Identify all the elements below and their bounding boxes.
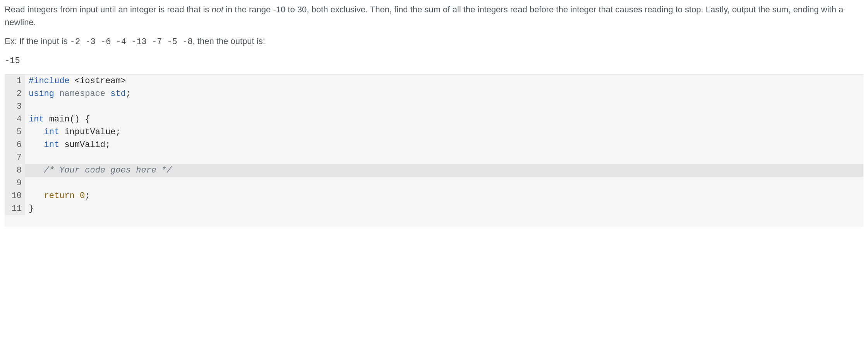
example-line: Ex: If the input is -2 -3 -6 -4 -13 -7 -… <box>5 35 863 48</box>
line-number: 5 <box>6 126 22 138</box>
token-std: std <box>105 89 126 99</box>
example-output: -15 <box>5 55 863 67</box>
token-comment: /* Your code goes here */ <box>44 166 172 175</box>
token-semicolon: ; <box>126 89 131 99</box>
problem-emphasis: not <box>211 5 223 14</box>
token-keyword-return: return <box>44 191 75 201</box>
code-line[interactable] <box>25 177 863 190</box>
line-number: 3 <box>6 100 22 113</box>
token-close-brace: } <box>29 204 34 213</box>
token-parens: () <box>70 114 80 124</box>
token-indent <box>29 127 44 137</box>
problem-text-before: Read integers from input until an intege… <box>5 5 211 14</box>
code-content[interactable]: #include <iostream> using namespace std;… <box>25 75 863 215</box>
line-number: 1 <box>6 75 22 87</box>
token-header-name: iostream <box>80 76 121 86</box>
token-type: int <box>44 127 60 137</box>
token-angle-open: < <box>70 76 80 86</box>
token-preprocessor: #include <box>29 76 70 86</box>
code-line[interactable]: #include <iostream> <box>25 75 863 87</box>
code-line[interactable] <box>25 100 863 113</box>
line-number: 8 <box>6 164 22 177</box>
token-type: int <box>29 114 44 124</box>
token-namespace-kw: namespace <box>54 89 105 99</box>
code-line[interactable]: int sumValid; <box>25 138 863 151</box>
code-line[interactable]: return 0; <box>25 190 863 202</box>
problem-statement: Read integers from input until an intege… <box>5 3 863 29</box>
token-indent <box>29 140 44 150</box>
token-semicolon: ; <box>105 140 110 150</box>
line-number: 4 <box>6 113 22 126</box>
example-suffix: , then the output is: <box>193 36 265 46</box>
token-number: 0 <box>75 191 85 201</box>
code-line[interactable]: } <box>25 202 863 215</box>
line-number-gutter: 1 2 3 4 5 6 7 8 9 10 11 <box>5 75 25 215</box>
token-angle-close: > <box>121 76 126 86</box>
token-indent <box>29 191 44 201</box>
code-line[interactable] <box>25 151 863 164</box>
code-line[interactable]: using namespace std; <box>25 87 863 100</box>
line-number: 11 <box>6 202 22 215</box>
code-line[interactable]: int main() { <box>25 113 863 126</box>
token-keyword: using <box>29 89 54 99</box>
line-number: 6 <box>6 138 22 151</box>
code-editor[interactable]: 1 2 3 4 5 6 7 8 9 10 11 #include <iostre… <box>5 74 863 227</box>
token-semicolon: ; <box>85 191 90 201</box>
line-number: 10 <box>6 190 22 202</box>
example-input-values: -2 -3 -6 -4 -13 -7 -5 -8 <box>70 37 193 47</box>
token-semicolon: ; <box>115 127 120 137</box>
token-function-name: main <box>44 114 70 124</box>
example-prefix: Ex: If the input is <box>5 36 70 46</box>
line-number: 7 <box>6 151 22 164</box>
token-open-brace: { <box>80 114 90 124</box>
token-identifier: sumValid <box>59 140 105 150</box>
code-line[interactable]: int inputValue; <box>25 126 863 138</box>
token-indent <box>29 166 44 175</box>
line-number: 9 <box>6 177 22 190</box>
token-type: int <box>44 140 60 150</box>
token-identifier: inputValue <box>59 127 115 137</box>
code-line-active[interactable]: /* Your code goes here */ <box>25 164 863 177</box>
line-number: 2 <box>6 87 22 100</box>
